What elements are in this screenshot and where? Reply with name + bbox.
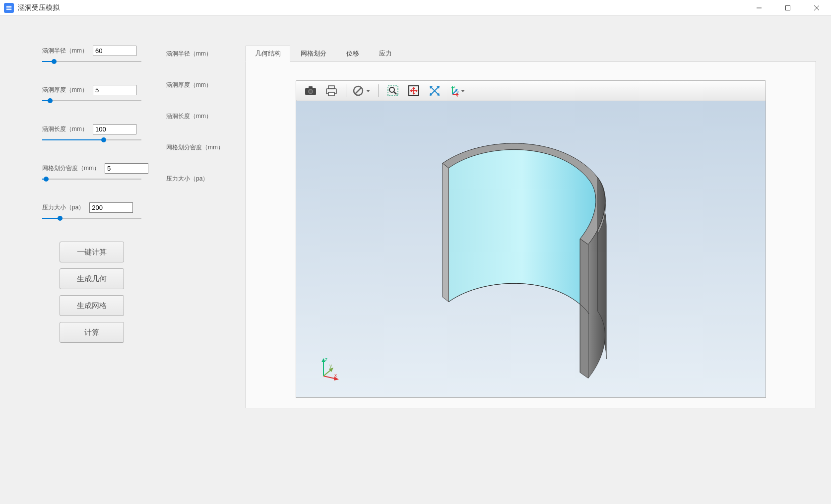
axis-dropdown[interactable]: z y x (446, 85, 468, 97)
fit-view-icon[interactable] (404, 83, 423, 99)
print-icon[interactable] (322, 83, 341, 99)
tab-stress[interactable]: 应力 (370, 46, 401, 62)
svg-marker-24 (410, 89, 412, 92)
parameters-panel: 涵洞半径（mm） 涵洞厚度（mm） 涵洞长度（mm） (42, 46, 141, 408)
param-meshdensity-label: 网格划分密度（mm） (42, 164, 100, 173)
summary-length: 涵洞长度（mm） (166, 112, 221, 121)
viewer-toolbar: z y x (296, 80, 766, 101)
toolbar-separator (346, 84, 346, 97)
param-radius-input[interactable] (93, 46, 136, 56)
param-pressure-label: 压力大小（pa） (42, 203, 84, 212)
summary-radius: 涵洞半径（mm） (166, 50, 221, 58)
summary-pressure: 压力大小（pa） (166, 175, 221, 183)
param-radius-label: 涵洞半径（mm） (42, 47, 88, 55)
svg-rect-8 (309, 86, 313, 89)
geometry-render (296, 101, 766, 397)
param-length-slider[interactable] (42, 136, 141, 143)
param-pressure-input[interactable] (89, 202, 133, 213)
svg-text:z: z (453, 85, 455, 88)
svg-text:x: x (456, 94, 458, 97)
param-thickness-input[interactable] (93, 85, 136, 95)
svg-line-18 (394, 92, 396, 94)
tab-geometry[interactable]: 几何结构 (246, 46, 290, 62)
summary-panel: 涵洞半径（mm） 涵洞厚度（mm） 涵洞长度（mm） 网格划分密度（mm） 压力… (166, 46, 221, 408)
svg-rect-11 (328, 86, 334, 89)
titlebar: 涵洞受压模拟 (0, 0, 831, 16)
summary-thickness: 涵洞厚度（mm） (166, 81, 221, 89)
param-pressure-slider[interactable] (42, 215, 141, 222)
svg-rect-2 (6, 9, 12, 10)
axis-indicator: z x y (316, 356, 341, 382)
param-length-label: 涵洞长度（mm） (42, 125, 88, 133)
param-radius-slider[interactable] (42, 58, 141, 65)
param-pressure: 压力大小（pa） (42, 202, 141, 222)
summary-meshdensity: 网格划分密度（mm） (166, 143, 221, 152)
viewer-tabs: 几何结构 网格划分 位移 应力 (246, 46, 816, 62)
svg-point-17 (389, 87, 394, 92)
param-length: 涵洞长度（mm） (42, 124, 141, 143)
compute-button[interactable]: 计算 (60, 322, 124, 343)
axis-y-label: y (329, 363, 332, 369)
tab-displacement[interactable]: 位移 (337, 46, 369, 62)
svg-marker-23 (412, 93, 415, 95)
forbid-dropdown[interactable] (351, 85, 373, 97)
3d-canvas[interactable]: z x y (296, 101, 766, 398)
param-meshdensity-slider[interactable] (42, 176, 141, 183)
svg-point-10 (309, 90, 312, 93)
svg-marker-25 (416, 89, 418, 92)
app-icon (4, 3, 14, 13)
axis-x-label: x (334, 373, 337, 378)
window-title: 涵洞受压模拟 (18, 3, 60, 12)
svg-text:y: y (457, 90, 459, 94)
param-radius: 涵洞半径（mm） (42, 46, 141, 65)
svg-rect-0 (6, 5, 12, 6)
tab-mesh[interactable]: 网格划分 (291, 46, 336, 62)
svg-line-15 (355, 88, 361, 94)
svg-rect-4 (786, 5, 790, 10)
reset-view-icon[interactable] (425, 83, 444, 99)
zoom-select-icon[interactable] (384, 83, 402, 99)
one-click-compute-button[interactable]: 一键计算 (60, 242, 124, 262)
generate-geometry-button[interactable]: 生成几何 (60, 268, 124, 289)
param-thickness-slider[interactable] (42, 97, 141, 104)
param-thickness: 涵洞厚度（mm） (42, 85, 141, 104)
window-controls (745, 0, 831, 16)
viewer-content: z y x (246, 61, 816, 408)
action-buttons: 一键计算 生成几何 生成网格 计算 (42, 242, 141, 343)
param-length-input[interactable] (93, 124, 136, 134)
param-thickness-label: 涵洞厚度（mm） (42, 86, 88, 94)
viewer-area: 几何结构 网格划分 位移 应力 (246, 46, 816, 408)
svg-rect-13 (328, 92, 334, 96)
close-button[interactable] (802, 0, 831, 16)
svg-marker-22 (412, 87, 415, 89)
minimize-button[interactable] (745, 0, 773, 16)
axis-z-label: z (325, 357, 327, 362)
param-meshdensity: 网格划分密度（mm） (42, 163, 141, 183)
maximize-button[interactable] (773, 0, 802, 16)
screenshot-icon[interactable] (301, 83, 320, 99)
svg-rect-1 (6, 7, 12, 8)
param-meshdensity-input[interactable] (105, 163, 148, 174)
generate-mesh-button[interactable]: 生成网格 (60, 295, 124, 316)
toolbar-separator (378, 84, 379, 97)
